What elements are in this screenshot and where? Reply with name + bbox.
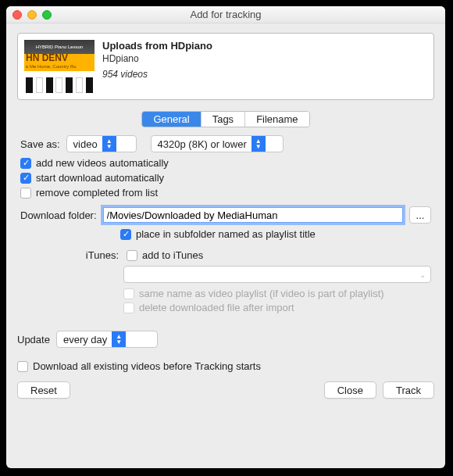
save-as-label: Save as: xyxy=(20,138,60,150)
itunes-label: iTunes: xyxy=(20,249,120,261)
save-as-select[interactable]: video ▲▼ xyxy=(66,135,137,152)
quality-select[interactable]: 4320p (8K) or lower ▲▼ xyxy=(151,135,284,152)
traffic-lights xyxy=(12,10,52,20)
tab-tags[interactable]: Tags xyxy=(202,112,245,127)
itunes-playlist-select[interactable]: ⌄ xyxy=(123,266,431,283)
track-button[interactable]: Track xyxy=(383,381,434,399)
thumb-piano-icon xyxy=(24,71,95,93)
same-name-checkbox xyxy=(123,288,134,299)
add-new-checkbox[interactable]: ✓ xyxy=(20,158,31,169)
tab-bar: General Tags Filename xyxy=(141,111,309,127)
download-existing-checkbox[interactable] xyxy=(17,361,28,372)
chevron-down-icon: ⌄ xyxy=(419,270,426,279)
playlist-author: HDpiano xyxy=(102,53,212,64)
add-itunes-label: add to iTunes xyxy=(142,249,203,261)
general-panel: Save as: video ▲▼ 4320p (8K) or lower ▲▼… xyxy=(17,135,434,320)
playlist-title: Uploads from HDpiano xyxy=(102,40,212,52)
subfolder-checkbox[interactable]: ✓ xyxy=(120,229,131,240)
titlebar: Add for tracking xyxy=(6,6,445,23)
add-new-label: add new videos automatically xyxy=(36,157,169,169)
tab-filename[interactable]: Filename xyxy=(245,112,309,127)
update-label: Update xyxy=(17,334,50,345)
download-folder-label: Download folder: xyxy=(20,209,97,221)
close-button[interactable]: Close xyxy=(324,381,376,399)
thumb-sub-label: e Me Home, Country Ro xyxy=(24,64,95,71)
remove-completed-label: remove completed from list xyxy=(36,187,158,199)
dialog-window: Add for tracking HYBRID Piano Lesson HN … xyxy=(6,6,445,468)
subfolder-label: place in subfolder named as playlist tit… xyxy=(136,228,316,240)
window-title: Add for tracking xyxy=(190,9,261,20)
playlist-card: HYBRID Piano Lesson HN DENV e Me Home, C… xyxy=(17,33,434,100)
minimize-window-icon[interactable] xyxy=(27,10,37,20)
download-existing-label: Download all existing videos before Trac… xyxy=(33,360,261,372)
chevron-updown-icon: ▲▼ xyxy=(251,136,266,152)
start-download-label: start download automatically xyxy=(36,172,164,184)
add-itunes-checkbox[interactable] xyxy=(127,250,137,261)
delete-after-checkbox xyxy=(123,302,134,313)
start-download-checkbox[interactable]: ✓ xyxy=(20,173,31,184)
tab-general[interactable]: General xyxy=(142,112,201,127)
zoom-window-icon[interactable] xyxy=(42,10,52,20)
chevron-updown-icon: ▲▼ xyxy=(112,331,126,347)
content-area: HYBRID Piano Lesson HN DENV e Me Home, C… xyxy=(6,23,445,468)
download-folder-input[interactable] xyxy=(103,207,403,223)
delete-after-label: delete downloaded file after import xyxy=(139,302,294,313)
same-name-label: same name as video playlist (if video is… xyxy=(139,288,384,299)
update-select[interactable]: every day ▲▼ xyxy=(56,331,158,348)
chevron-updown-icon: ▲▼ xyxy=(102,136,116,152)
thumb-top-label: HYBRID Piano Lesson xyxy=(24,40,95,54)
playlist-thumbnail: HYBRID Piano Lesson HN DENV e Me Home, C… xyxy=(24,40,95,93)
browse-folder-button[interactable]: ... xyxy=(409,206,431,224)
remove-completed-checkbox[interactable] xyxy=(20,188,31,199)
close-window-icon[interactable] xyxy=(12,10,22,20)
reset-button[interactable]: Reset xyxy=(17,381,70,399)
playlist-count: 954 videos xyxy=(102,69,212,80)
